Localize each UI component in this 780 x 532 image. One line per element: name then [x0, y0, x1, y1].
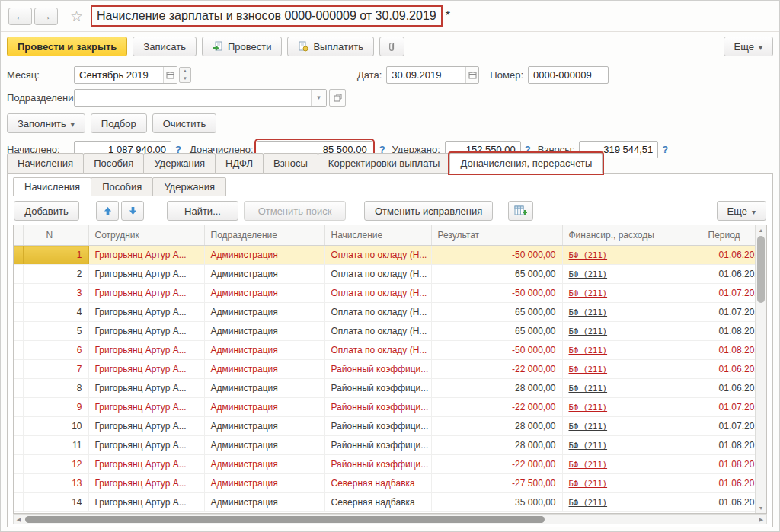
- cell-fin[interactable]: БФ (211): [562, 284, 702, 303]
- column-settings-button[interactable]: [508, 201, 533, 221]
- table-row[interactable]: 6Григорьянц Артур А...АдминистрацияОплат…: [14, 341, 766, 360]
- cell-res: -50 000,00: [431, 246, 562, 265]
- pick-button[interactable]: Подбор: [91, 113, 147, 133]
- fill-button[interactable]: Заполнить: [7, 113, 85, 133]
- cell-fin[interactable]: БФ (211): [562, 341, 702, 360]
- post-and-close-button[interactable]: Провести и закрыть: [7, 37, 127, 56]
- title-annotation-box: Начисление зарплаты и взносов 0000-00000…: [92, 7, 441, 25]
- dropdown-chevron-icon[interactable]: ▾: [311, 90, 326, 106]
- cell-res: -50 000,00: [431, 341, 562, 360]
- find-button[interactable]: Найти...: [167, 201, 238, 221]
- calendar-icon[interactable]: [465, 67, 479, 83]
- scroll-down-icon[interactable]: ▼: [756, 503, 766, 513]
- add-row-button[interactable]: Добавить: [14, 201, 79, 221]
- forward-icon[interactable]: [34, 8, 58, 25]
- grid-area: NСотрудникПодразделениеНачислениеРезульт…: [13, 225, 767, 514]
- table-row[interactable]: 13Григорьянц Артур А...АдминистрацияСеве…: [14, 474, 766, 493]
- cell-marker: [14, 398, 23, 417]
- column-header-acc[interactable]: Начисление: [324, 225, 431, 246]
- column-header-num[interactable]: N: [23, 225, 88, 246]
- back-icon[interactable]: [8, 8, 32, 25]
- cell-emp: Григорьянц Артур А...: [88, 379, 204, 398]
- column-header-res[interactable]: Результат: [431, 225, 562, 246]
- tab-main-6[interactable]: Корректировки выплаты: [318, 153, 451, 174]
- open-link-icon[interactable]: [329, 89, 346, 107]
- cell-fin[interactable]: БФ (211): [562, 379, 702, 398]
- cell-fin[interactable]: БФ (211): [562, 493, 702, 512]
- tab-main-5[interactable]: Взносы: [263, 153, 318, 174]
- column-header-fin[interactable]: Финансир., расходы: [562, 225, 702, 246]
- tab-main-4[interactable]: НДФЛ: [215, 153, 264, 174]
- table-row[interactable]: 2Григорьянц Артур А...АдминистрацияОплат…: [14, 265, 766, 284]
- cell-marker: [14, 303, 23, 322]
- horizontal-scrollbar[interactable]: ◀ ▶: [13, 514, 767, 524]
- cell-num: 4: [23, 303, 88, 322]
- cell-acc: Оплата по окладу (Н...: [324, 246, 431, 265]
- number-input[interactable]: [529, 67, 608, 83]
- nav-buttons: [8, 8, 58, 25]
- cell-fin[interactable]: БФ (211): [562, 360, 702, 379]
- table-row[interactable]: 5Григорьянц Артур А...АдминистрацияОплат…: [14, 322, 766, 341]
- table-row[interactable]: 9Григорьянц Артур А...АдминистрацияРайон…: [14, 398, 766, 417]
- department-input[interactable]: [75, 90, 311, 106]
- cell-fin[interactable]: БФ (211): [562, 455, 702, 474]
- horizontal-scroll-thumb[interactable]: [25, 516, 545, 523]
- attachments-button[interactable]: [379, 37, 404, 56]
- post-button[interactable]: Провести: [202, 37, 283, 56]
- stepper-down-icon[interactable]: ▼: [179, 75, 191, 83]
- more-button-grid[interactable]: Еще: [717, 201, 766, 221]
- scroll-left-icon[interactable]: ◀: [14, 517, 24, 523]
- cell-fin[interactable]: БФ (211): [562, 246, 702, 265]
- cell-emp: Григорьянц Артур А...: [88, 265, 204, 284]
- tab-main-1[interactable]: Начисления: [7, 153, 84, 174]
- table-row[interactable]: 4Григорьянц Артур А...АдминистрацияОплат…: [14, 303, 766, 322]
- table-row[interactable]: 1Григорьянц Артур А...АдминистрацияОплат…: [14, 246, 766, 265]
- table-row[interactable]: 10Григорьянц Артур А...АдминистрацияРайо…: [14, 417, 766, 436]
- tab-sub-3[interactable]: Удержания: [152, 177, 226, 196]
- tab-main-3[interactable]: Удержания: [143, 153, 216, 174]
- cell-fin[interactable]: БФ (211): [562, 303, 702, 322]
- column-header-dep[interactable]: Подразделение: [204, 225, 324, 246]
- save-button[interactable]: Записать: [133, 37, 197, 56]
- tab-main-2[interactable]: Пособия: [83, 153, 144, 174]
- cell-res: -50 000,00: [431, 284, 562, 303]
- tab-main-7[interactable]: Доначисления, перерасчеты: [449, 153, 603, 174]
- cell-fin[interactable]: БФ (211): [562, 265, 702, 284]
- scroll-right-icon[interactable]: ▶: [756, 517, 766, 523]
- tab-sub-1[interactable]: Начисления: [13, 177, 91, 196]
- cell-acc: Районный коэффици...: [324, 398, 431, 417]
- more-button-top[interactable]: Еще: [724, 37, 773, 56]
- pay-button[interactable]: Выплатить: [287, 37, 374, 56]
- scroll-up-icon[interactable]: ▲: [756, 225, 766, 235]
- vertical-scrollbar[interactable]: ▲ ▼: [755, 225, 766, 513]
- column-header-emp[interactable]: Сотрудник: [88, 225, 204, 246]
- cell-marker: [14, 360, 23, 379]
- cell-fin[interactable]: БФ (211): [562, 398, 702, 417]
- cell-marker: [14, 265, 23, 284]
- clear-button[interactable]: Очистить: [152, 113, 217, 133]
- cell-fin[interactable]: БФ (211): [562, 474, 702, 493]
- table-row[interactable]: 7Григорьянц Артур А...АдминистрацияРайон…: [14, 360, 766, 379]
- calendar-icon[interactable]: [163, 67, 177, 83]
- arrow-up-icon: [104, 206, 112, 215]
- table-row[interactable]: 8Григорьянц Артур А...АдминистрацияРайон…: [14, 379, 766, 398]
- cell-fin[interactable]: БФ (211): [562, 417, 702, 436]
- stepper-up-icon[interactable]: ▲: [179, 67, 191, 75]
- move-down-button[interactable]: [121, 201, 144, 221]
- table-row[interactable]: 14Григорьянц Артур А...АдминистрацияСеве…: [14, 493, 766, 512]
- vertical-scroll-thumb[interactable]: [757, 236, 765, 303]
- undo-corrections-button[interactable]: Отменить исправления: [364, 201, 493, 221]
- cell-fin[interactable]: БФ (211): [562, 322, 702, 341]
- table-row[interactable]: 11Григорьянц Артур А...АдминистрацияРайо…: [14, 436, 766, 455]
- move-up-button[interactable]: [96, 201, 119, 221]
- month-input[interactable]: [75, 67, 163, 83]
- favorite-star-icon[interactable]: [70, 8, 83, 25]
- cell-fin[interactable]: БФ (211): [562, 436, 702, 455]
- table-row[interactable]: 3Григорьянц Артур А...АдминистрацияОплат…: [14, 284, 766, 303]
- cell-acc: Районный коэффици...: [324, 379, 431, 398]
- month-stepper: ▲ ▼: [179, 67, 191, 83]
- month-field-group: [74, 66, 177, 84]
- tab-sub-2[interactable]: Пособия: [91, 177, 153, 196]
- table-row[interactable]: 12Григорьянц Артур А...АдминистрацияРайо…: [14, 455, 766, 474]
- date-input[interactable]: [387, 67, 465, 83]
